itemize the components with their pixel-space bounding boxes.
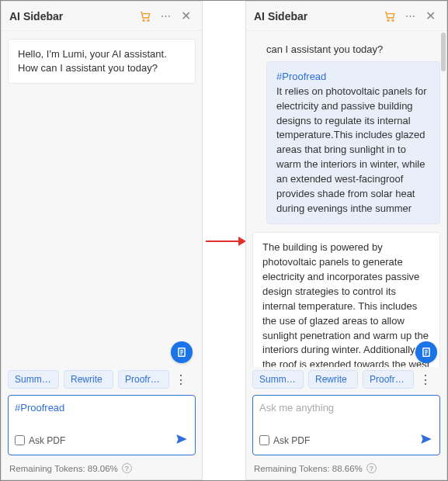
tokens-label: Remaining Tokens: 89.06% (9, 464, 118, 473)
chip-rewrite[interactable]: Rewrite (308, 370, 358, 389)
proofread-tag: #Proofread (276, 71, 326, 82)
send-icon[interactable] (419, 432, 433, 448)
arrow-icon (204, 234, 246, 249)
chip-summarize[interactable]: Summar... (8, 370, 59, 389)
input-bottom: Ask PDF (259, 432, 433, 448)
ai-reply: The building is powered by photovoltaic … (252, 232, 440, 367)
input-placeholder[interactable]: Ask me anything (259, 402, 433, 426)
action-chips: Summar... Rewrite Proofre... ⋮ (2, 367, 202, 392)
svg-point-1 (148, 19, 149, 21)
more-actions-icon[interactable]: ⋮ (418, 372, 432, 387)
ai-sidebar-left: AI Sidebar ⋯ ✕ Hello, I'm Lumi, your AI … (1, 1, 203, 480)
input-bottom: Ask PDF (15, 432, 189, 448)
ask-pdf-checkbox[interactable] (259, 435, 269, 445)
ask-pdf-toggle[interactable]: Ask PDF (15, 435, 65, 446)
chip-proofread[interactable]: Proofre... (118, 370, 169, 389)
action-chips: Summar... Rewrite Proofre... ⋮ (246, 367, 446, 392)
svg-point-8 (387, 19, 389, 21)
ask-pdf-checkbox[interactable] (15, 435, 25, 445)
input-text[interactable]: #Proofread (15, 402, 189, 426)
chip-summarize[interactable]: Summar... (252, 370, 304, 389)
ai-sidebar-right: AI Sidebar ⋯ ✕ can I assistant you today… (245, 1, 447, 480)
input-box[interactable]: #Proofread Ask PDF (8, 395, 196, 455)
input-box[interactable]: Ask me anything Ask PDF (252, 395, 440, 455)
cart-icon[interactable] (381, 8, 398, 25)
header: AI Sidebar ⋯ ✕ (2, 2, 202, 31)
more-icon[interactable]: ⋯ (157, 8, 174, 25)
document-button[interactable] (415, 341, 437, 363)
ai-greeting-partial: can I assistant you today? (252, 39, 440, 55)
send-icon[interactable] (175, 432, 189, 448)
panel-title: AI Sidebar (254, 10, 378, 22)
cart-icon[interactable] (137, 8, 154, 25)
more-icon[interactable]: ⋯ (401, 8, 418, 25)
help-icon[interactable]: ? (122, 463, 132, 473)
close-icon[interactable]: ✕ (422, 8, 439, 25)
ai-greeting: Hello, I'm Lumi, your AI assistant. How … (8, 39, 196, 84)
more-actions-icon[interactable]: ⋮ (174, 372, 188, 387)
scrollbar-thumb[interactable] (441, 33, 446, 71)
chip-rewrite[interactable]: Rewrite (64, 370, 113, 389)
ask-pdf-label: Ask PDF (273, 435, 310, 446)
ask-pdf-toggle[interactable]: Ask PDF (259, 435, 310, 446)
ask-pdf-label: Ask PDF (29, 435, 65, 446)
panel-title: AI Sidebar (9, 10, 134, 22)
help-icon[interactable]: ? (366, 463, 377, 473)
chat-area: can I assistant you today? #Proofread It… (246, 31, 446, 367)
chat-area: Hello, I'm Lumi, your AI assistant. How … (2, 31, 202, 367)
document-button[interactable] (171, 341, 193, 363)
close-icon[interactable]: ✕ (177, 8, 194, 25)
header: AI Sidebar ⋯ ✕ (246, 2, 446, 31)
tokens-label: Remaining Tokens: 88.66% (254, 464, 363, 473)
user-body: It relies on photovoltaic panels for ele… (276, 85, 427, 214)
user-message: #Proofread It relies on photovoltaic pan… (266, 61, 440, 224)
footer: Remaining Tokens: 89.06% ? (2, 460, 202, 479)
svg-point-0 (143, 19, 144, 21)
svg-point-9 (392, 19, 394, 21)
footer: Remaining Tokens: 88.66% ? (246, 460, 446, 479)
chip-proofread[interactable]: Proofre... (363, 370, 414, 389)
